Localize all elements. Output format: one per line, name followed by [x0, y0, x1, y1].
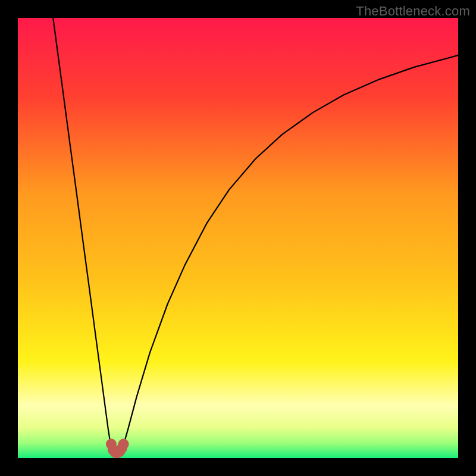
chart-frame: TheBottleneck.com	[0, 0, 476, 476]
gradient-background	[18, 18, 458, 458]
watermark-text: TheBottleneck.com	[356, 4, 470, 19]
valley-marker	[118, 439, 129, 449]
plot-area	[18, 18, 458, 458]
chart-svg	[18, 18, 458, 458]
